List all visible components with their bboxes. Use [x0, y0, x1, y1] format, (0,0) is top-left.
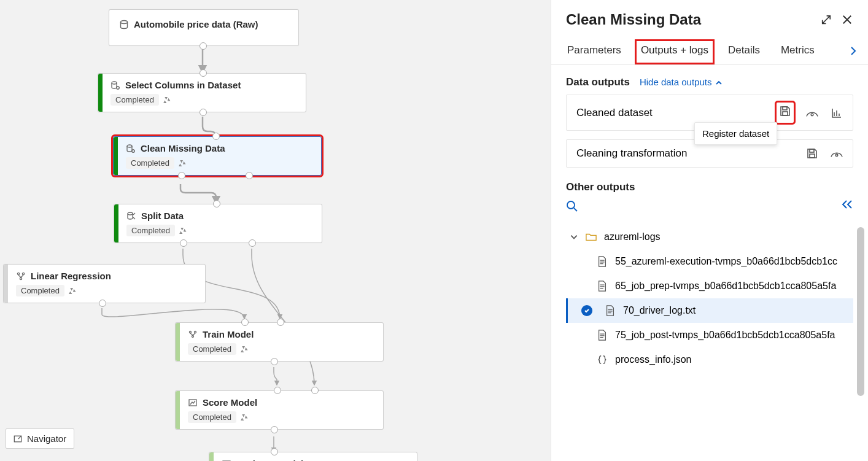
tab-details[interactable]: Details [727, 39, 761, 64]
output-name: Cleaned dataset [576, 107, 653, 119]
status-badge: Completed [188, 343, 236, 355]
score-icon [188, 398, 198, 408]
svg-point-5 [128, 212, 133, 215]
hide-data-outputs[interactable]: Hide data outputs [640, 77, 723, 87]
tree-label: 65_job_prep-tvmps_b0a66d1bcb5dcb1cca805a… [615, 281, 836, 292]
status-badge: Completed [16, 285, 64, 296]
svg-point-1 [112, 82, 117, 84]
svg-point-7 [22, 273, 24, 274]
preview-icon[interactable] [831, 147, 843, 160]
svg-point-10 [195, 331, 196, 333]
file-tree: azureml-logs 55_azureml-execution-tvmps_… [566, 225, 853, 372]
node-automobile-price-data[interactable]: Automobile price data (Raw) [109, 9, 299, 46]
recycle-icon [163, 96, 171, 104]
preview-icon[interactable] [806, 107, 818, 119]
file-icon [597, 330, 608, 341]
braces-icon [597, 354, 608, 365]
visualize-icon[interactable] [831, 107, 843, 119]
node-title: Split Data [141, 211, 184, 221]
output-name: Cleaning transformation [576, 147, 687, 160]
tree-scrollbar[interactable] [857, 227, 864, 396]
evaluate-icon [222, 459, 231, 462]
tree-file[interactable]: process_info.json [566, 347, 853, 372]
svg-point-6 [17, 273, 19, 274]
navigator-button[interactable]: Navigator [6, 428, 74, 449]
status-badge: Completed [126, 225, 175, 236]
folder-icon [586, 231, 597, 242]
status-badge: Completed [188, 411, 236, 423]
search-icon[interactable] [566, 200, 578, 212]
svg-rect-15 [783, 107, 787, 110]
tab-parameters[interactable]: Parameters [566, 39, 622, 64]
save-icon[interactable] [806, 147, 818, 160]
panel-tabs: Parameters Outputs + logs Details Metric… [551, 39, 868, 65]
node-split-data[interactable]: Split Data Completed [114, 204, 322, 243]
svg-point-9 [190, 331, 192, 333]
status-badge: Completed [126, 157, 174, 169]
recycle-icon [68, 287, 77, 295]
tree-label: azureml-logs [604, 231, 661, 242]
tree-file[interactable]: 65_job_prep-tvmps_b0a66d1bcb5dcb1cca805a… [566, 274, 853, 298]
details-panel: Clean Missing Data Parameters Outputs + … [551, 0, 868, 461]
svg-point-21 [567, 201, 575, 209]
svg-point-4 [132, 149, 134, 152]
node-title: Score Model [203, 397, 257, 408]
recycle-icon [240, 345, 249, 354]
svg-point-8 [20, 277, 21, 279]
recycle-icon [179, 227, 187, 235]
expand-icon[interactable] [820, 14, 832, 26]
pipeline-canvas[interactable]: Automobile price data (Raw) Select Colum… [0, 0, 551, 461]
svg-rect-16 [783, 112, 788, 115]
tab-outputs-logs[interactable]: Outputs + logs [635, 39, 715, 64]
tree-file-selected[interactable]: 70_driver_log.txt [566, 298, 853, 323]
navigator-icon [14, 435, 22, 443]
node-linear-regression[interactable]: Linear Regression Completed [3, 264, 206, 303]
svg-point-2 [117, 86, 119, 88]
node-score-model[interactable]: Score Model Completed [175, 390, 384, 430]
tab-metrics[interactable]: Metrics [780, 39, 816, 64]
status-badge: Completed [110, 94, 159, 106]
node-select-columns[interactable]: Select Columns in Dataset Completed [98, 73, 306, 112]
svg-point-11 [192, 335, 194, 337]
node-clean-missing-data[interactable]: Clean Missing Data Completed [113, 136, 322, 176]
node-evaluate-model[interactable]: Evaluate Model [209, 452, 417, 461]
register-dataset-button[interactable] [777, 103, 794, 123]
svg-point-17 [811, 113, 813, 115]
tree-label: process_info.json [615, 354, 692, 365]
tree-label: 75_job_post-tvmps_b0a66d1bcb5dcb1cca805a… [615, 330, 835, 341]
node-title: Linear Regression [31, 271, 111, 281]
svg-rect-19 [810, 154, 815, 158]
svg-point-0 [121, 20, 128, 23]
collapse-tree-icon[interactable] [841, 200, 853, 212]
dataset-icon [119, 20, 129, 29]
columns-icon [126, 144, 136, 153]
node-title: Select Columns in Dataset [125, 80, 241, 90]
tree-file[interactable]: 75_job_post-tvmps_b0a66d1bcb5dcb1cca805a… [566, 323, 853, 347]
svg-rect-18 [810, 149, 814, 152]
navigator-label: Navigator [27, 433, 66, 444]
columns-icon [110, 80, 120, 90]
node-train-model[interactable]: Train Model Completed [175, 322, 384, 362]
tree-label: 55_azureml-execution-tvmps_b0a66d1bcb5dc… [615, 256, 837, 267]
output-cleaned-dataset: Cleaned dataset Register dataset [566, 95, 853, 131]
tabs-scroll-right[interactable] [845, 42, 862, 62]
tree-file[interactable]: 55_azureml-execution-tvmps_b0a66d1bcb5dc… [566, 249, 853, 274]
node-title: Evaluate Model [236, 459, 303, 461]
split-icon [126, 211, 136, 221]
save-icon [779, 105, 791, 117]
check-icon [581, 305, 592, 316]
tree-label: 70_driver_log.txt [623, 305, 696, 316]
file-icon [597, 256, 608, 267]
node-title: Clean Missing Data [141, 143, 225, 153]
tree-folder-azureml-logs[interactable]: azureml-logs [566, 225, 853, 249]
close-icon[interactable] [841, 14, 853, 26]
file-icon [597, 281, 608, 292]
panel-title: Clean Missing Data [566, 11, 812, 28]
other-outputs-label: Other outputs [566, 181, 635, 193]
chevron-down-icon [570, 233, 578, 241]
file-icon [605, 305, 616, 316]
train-icon [188, 330, 198, 339]
svg-point-3 [127, 145, 132, 147]
recycle-icon [178, 159, 187, 168]
model-icon [16, 271, 26, 281]
